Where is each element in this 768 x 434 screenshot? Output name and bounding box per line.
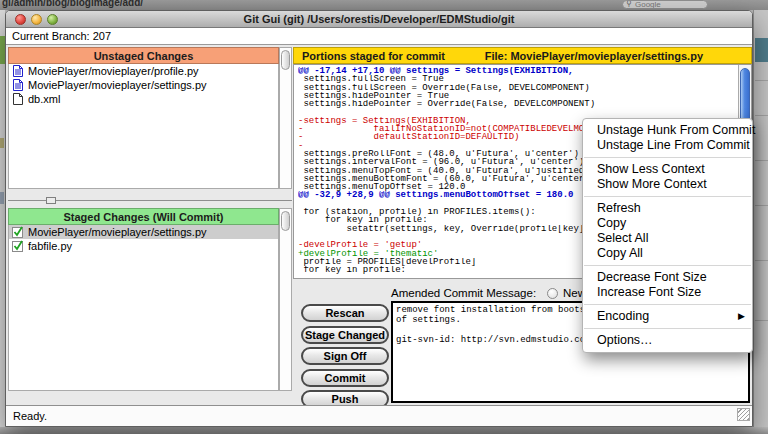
unstaged-file-row[interactable]: db.xml — [9, 92, 278, 106]
menu-separator — [584, 196, 751, 197]
screen: gi/admin/blog/blogimage/add/ ⚲ Google Gi… — [0, 0, 768, 434]
diff-header: Portions staged for commit File: MoviePl… — [293, 47, 752, 64]
modified-file-icon[interactable] — [12, 79, 24, 91]
menu-item-unstage-line-from-commit[interactable]: Unstage Line From Commit — [583, 138, 752, 153]
staged-file-row[interactable]: MoviePlayer/movieplayer/settings.py — [9, 225, 278, 239]
menu-item-copy-all[interactable]: Copy All — [583, 246, 752, 261]
unstaged-file-list: MoviePlayer/movieplayer/profile.pyMovieP… — [8, 64, 279, 189]
menu-item-options[interactable]: Options… — [583, 333, 752, 348]
menu-separator — [584, 328, 751, 329]
titlebar[interactable]: Git Gui (git) /Users/orestis/Developer/E… — [6, 11, 752, 28]
submenu-arrow-icon: ▶ — [738, 309, 745, 324]
menu-item-increase-font-size[interactable]: Increase Font Size — [583, 285, 752, 300]
menu-separator — [584, 265, 751, 266]
diff-line-ctx: settings.fullScreen = Override(False, DE… — [298, 84, 737, 92]
background-search-box: ⚲ Google — [622, 0, 708, 9]
diff-line-ctx: settings.hidePointer = Override(False, D… — [298, 100, 737, 108]
menu-item-copy[interactable]: Copy — [583, 216, 752, 231]
unstaged-horizontal-scrollbar[interactable] — [8, 196, 292, 205]
status-bar: Ready. — [6, 405, 752, 426]
file-path-label: fabfile.py — [28, 240, 72, 252]
plain-file-icon[interactable] — [12, 93, 24, 105]
resize-grip[interactable] — [737, 408, 750, 421]
diff-header-left: Portions staged for commit — [302, 48, 445, 64]
staged-check-icon[interactable] — [12, 226, 24, 238]
file-path-label: MoviePlayer/movieplayer/profile.py — [28, 65, 199, 77]
menu-item-unstage-hunk-from-commit[interactable]: Unstage Hunk From Commit — [583, 123, 752, 138]
background-window-edge-right — [753, 10, 768, 434]
unstaged-file-row[interactable]: MoviePlayer/movieplayer/settings.py — [9, 78, 278, 92]
menu-item-decrease-font-size[interactable]: Decrease Font Size — [583, 270, 752, 285]
diff-line-ctx — [298, 108, 737, 116]
diff-header-file: File: MoviePlayer/movieplayer/settings.p… — [485, 48, 703, 64]
menu-item-show-more-context[interactable]: Show More Context — [583, 177, 752, 192]
diff-line-hunk: @@ -17,14 +17,10 @@ settings = Settings(… — [298, 67, 737, 75]
diff-line-ctx: settings.fullScreen = True — [298, 75, 737, 83]
staged-file-list: MoviePlayer/movieplayer/settings.pyfabfi… — [8, 225, 279, 391]
staged-scrollbar-thumb[interactable] — [281, 211, 290, 231]
staged-file-row[interactable]: fabfile.py — [9, 239, 278, 253]
background-address-text: gi/admin/blog/blogimage/add/ — [2, 0, 143, 8]
window-title: Git Gui (git) /Users/orestis/Developer/E… — [6, 11, 752, 28]
unstaged-changes-header: Unstaged Changes — [8, 47, 279, 64]
search-icon: ⚲ — [626, 0, 632, 8]
file-path-label: MoviePlayer/movieplayer/settings.py — [28, 226, 207, 238]
background-window-edge-bottom — [0, 427, 768, 434]
diff-context-menu: Unstage Hunk From CommitUnstage Line Fro… — [582, 118, 753, 353]
background-search-label: Google — [635, 0, 661, 9]
diff-line-ctx: settings.hidePointer = True — [298, 92, 737, 100]
new-commit-radio[interactable] — [547, 288, 558, 299]
modified-file-icon[interactable] — [12, 65, 24, 77]
commit-button[interactable]: Commit — [301, 369, 389, 387]
menu-separator — [584, 157, 751, 158]
action-button-column: RescanStage ChangedSign OffCommitPush — [301, 304, 389, 412]
current-branch-bar: Current Branch: 207 — [6, 28, 752, 45]
staged-check-icon[interactable] — [12, 240, 24, 252]
stage-changed-button[interactable]: Stage Changed — [301, 326, 389, 344]
menu-item-select-all[interactable]: Select All — [583, 231, 752, 246]
menu-item-show-less-context[interactable]: Show Less Context — [583, 162, 752, 177]
file-path-label: db.xml — [28, 93, 60, 105]
unstaged-horizontal-scrollbar-thumb[interactable] — [46, 197, 56, 204]
unstaged-file-row[interactable]: MoviePlayer/movieplayer/profile.py — [9, 64, 278, 78]
rescan-button[interactable]: Rescan — [301, 304, 389, 322]
menu-item-encoding[interactable]: Encoding▶ — [583, 309, 752, 324]
file-path-label: MoviePlayer/movieplayer/settings.py — [28, 79, 207, 91]
staged-changes-header: Staged Changes (Will Commit) — [8, 208, 279, 225]
background-browser-toolbar: gi/admin/blog/blogimage/add/ ⚲ Google — [0, 0, 768, 10]
sign-off-button[interactable]: Sign Off — [301, 347, 389, 365]
menu-item-refresh[interactable]: Refresh — [583, 201, 752, 216]
menu-separator — [584, 304, 751, 305]
staged-scrollbar[interactable] — [279, 208, 292, 391]
unstaged-scrollbar-thumb[interactable] — [281, 50, 290, 70]
amended-commit-message-label: Amended Commit Message: — [391, 287, 536, 299]
unstaged-scrollbar[interactable] — [279, 47, 292, 189]
